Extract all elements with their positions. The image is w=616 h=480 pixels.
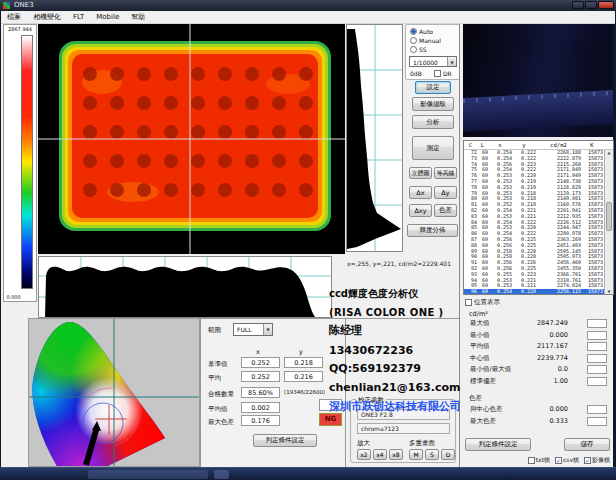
- menu-bar[interactable]: 檔案相機變化FLTMobile幫助: [1, 11, 615, 24]
- contour-button[interactable]: 等高線: [434, 167, 457, 179]
- auto-radio[interactable]: Auto: [410, 28, 433, 35]
- table-header-cell: y: [512, 141, 536, 150]
- camera-preview[interactable]: [463, 24, 613, 137]
- checkbox-icon: [465, 299, 472, 306]
- stat-threshold-input[interactable]: [587, 319, 607, 328]
- scroll-down-icon[interactable]: ▼: [605, 289, 613, 294]
- manual-radio[interactable]: Manual: [410, 37, 441, 44]
- checkbox-icon: [434, 70, 441, 77]
- taskbar-item[interactable]: [214, 470, 229, 479]
- stat-threshold-input[interactable]: [587, 331, 607, 340]
- table-body: 72600.2540.2222268.1881587373600.2540.22…: [464, 150, 604, 294]
- table-header-cell: K: [581, 141, 605, 150]
- checkbox-icon: ✓: [584, 457, 591, 464]
- measure-button[interactable]: 測定: [412, 136, 454, 160]
- menu-item[interactable]: FLT: [67, 11, 90, 24]
- max-diff-label: 最大色差: [208, 418, 234, 427]
- range-select[interactable]: FULL▼: [233, 323, 273, 336]
- maximize-button[interactable]: [585, 1, 597, 9]
- checkbox-icon: ✓: [555, 457, 562, 464]
- delta-y-button[interactable]: Δy: [434, 186, 457, 199]
- chevron-down-icon: ▼: [447, 57, 456, 66]
- right-panel: CLxycd/m2K 72600.2540.2222268.1881587373…: [459, 24, 613, 467]
- menu-item[interactable]: 檔案: [1, 11, 27, 24]
- menu-item[interactable]: Mobile: [90, 11, 125, 24]
- ss-radio[interactable]: SS: [410, 46, 427, 53]
- contact-line: (RISA COLOR ONE ): [329, 307, 459, 318]
- zoom-label: 放大: [357, 439, 370, 448]
- shutter-select[interactable]: 1/10000▼: [409, 56, 457, 67]
- setting-button[interactable]: 設定: [415, 81, 451, 94]
- close-button[interactable]: [598, 1, 614, 9]
- delta-x-button[interactable]: Δx: [409, 186, 432, 199]
- table-header-cell: C: [464, 141, 477, 150]
- stat-row: 中心值2239.774: [460, 353, 614, 365]
- contact-line: ccd輝度色度分析仪: [329, 287, 459, 301]
- contact-line: 深圳市跃创达科技有限公司: [329, 399, 459, 414]
- checkbox-icon: [528, 457, 535, 464]
- stat-threshold-input[interactable]: [587, 417, 607, 426]
- radio-icon: [410, 46, 417, 53]
- calibration-chroma-field[interactable]: chroma7123: [357, 423, 450, 434]
- save-option-checkbox[interactable]: ✓影像檔: [584, 456, 610, 465]
- screen-m-button[interactable]: M: [409, 449, 423, 460]
- save-option-checkbox[interactable]: ✓csv檔: [555, 456, 579, 465]
- contact-line: 陈经理: [329, 323, 459, 338]
- measurement-table: CLxycd/m2K 72600.2540.2222268.1881587373…: [463, 140, 614, 295]
- position-display-checkbox[interactable]: 位置表示: [465, 298, 500, 307]
- contact-line: chenlian21@163.com: [329, 381, 459, 394]
- reference-label: 基準值: [208, 360, 228, 369]
- average-x-value: 0.252: [241, 371, 280, 382]
- solid-view-button[interactable]: 立體圖: [409, 167, 432, 179]
- stat-row: 最大色差0.333: [460, 416, 614, 428]
- delta-xy-button[interactable]: Δxy: [409, 204, 432, 217]
- scrollbar-thumb[interactable]: [606, 202, 612, 231]
- dr-checkbox[interactable]: DR: [434, 70, 452, 77]
- screen-d-button[interactable]: D: [441, 449, 455, 460]
- save-option-checkbox[interactable]: txt檔: [528, 456, 550, 465]
- scroll-up-icon[interactable]: ▲: [605, 150, 613, 155]
- title-bar[interactable]: ONE3: [0, 0, 616, 11]
- zoom-buttons: x2x4x8: [357, 449, 403, 460]
- color-stats-rows: 與中心色差0.000最大色差0.333: [460, 404, 614, 427]
- unit-label: cd/m²: [469, 310, 488, 318]
- cursor-readout: x=,255, y=,221, cd/m2=2229.401: [347, 260, 461, 267]
- stat-threshold-input[interactable]: [587, 405, 607, 414]
- magnify-x2-button[interactable]: x2: [357, 449, 371, 460]
- table-header-cell: L: [477, 141, 488, 150]
- screen-s-button[interactable]: S: [425, 449, 439, 460]
- table-header-cell: cd/m2: [536, 141, 581, 150]
- stat-threshold-input[interactable]: [587, 377, 607, 386]
- analyze-button[interactable]: 分析: [412, 115, 454, 129]
- judge-condition-button[interactable]: 判定條件設定: [253, 434, 317, 447]
- menu-item[interactable]: 相機變化: [27, 11, 67, 24]
- scale-max-value: 2867.944: [4, 26, 36, 32]
- taskbar[interactable]: [0, 467, 616, 480]
- luminance-heatmap[interactable]: [38, 24, 345, 254]
- save-button[interactable]: 儲存: [564, 438, 610, 451]
- stat-threshold-input[interactable]: [587, 365, 607, 374]
- cie-diagram-panel[interactable]: [28, 318, 200, 467]
- color-scale-bar: [21, 35, 33, 289]
- multi-buttons: MSD: [409, 449, 455, 460]
- chevron-down-icon: ▼: [263, 324, 272, 335]
- stat-threshold-input[interactable]: [587, 354, 607, 363]
- menu-item[interactable]: 幫助: [125, 11, 151, 24]
- mean-diff-label: 平均值: [208, 405, 228, 414]
- luminance-dist-button[interactable]: 輝度分佈: [407, 224, 458, 237]
- table-scrollbar[interactable]: ▲ ▼: [604, 150, 613, 294]
- table-row[interactable]: 96600.2540.2202256.11515873: [464, 289, 604, 294]
- gain-value: 0dB: [410, 70, 422, 77]
- judge-condition-button-2[interactable]: 判定條件設定: [465, 438, 531, 451]
- minimize-button[interactable]: [572, 1, 584, 9]
- magnify-x4-button[interactable]: x4: [373, 449, 387, 460]
- capture-button[interactable]: 影像擷取: [412, 97, 454, 111]
- magnify-x8-button[interactable]: x8: [389, 449, 403, 460]
- range-label: 範圍: [208, 326, 221, 335]
- camera-controls: Auto Manual SS 1/10000▼ 0dB DR: [405, 24, 460, 80]
- taskbar-item[interactable]: [88, 470, 208, 479]
- color-diff-button[interactable]: 色差: [434, 204, 457, 217]
- reference-y-value: 0.218: [284, 357, 323, 368]
- stat-threshold-input[interactable]: [587, 342, 607, 351]
- app-icon: [3, 2, 10, 9]
